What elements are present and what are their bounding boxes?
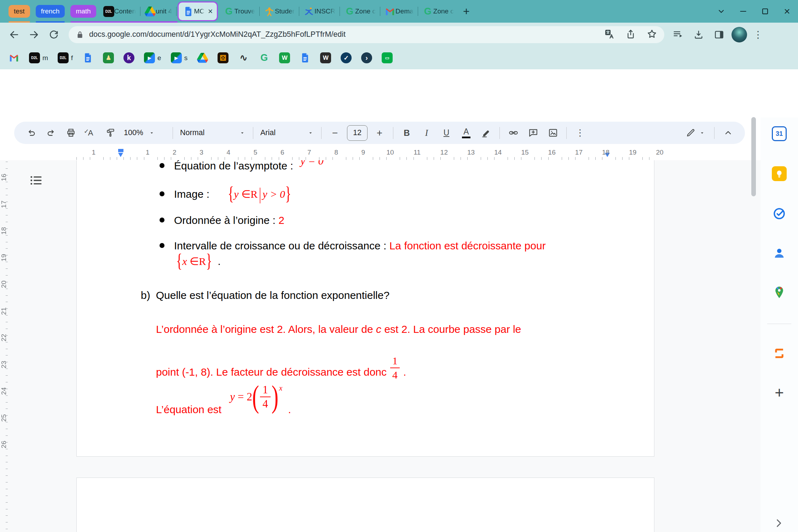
font-value: Arial bbox=[260, 128, 276, 137]
bookmark-classroom[interactable]: ♟ bbox=[103, 52, 114, 63]
tab-group-math[interactable]: math bbox=[70, 5, 96, 18]
download-icon[interactable] bbox=[688, 25, 709, 44]
tab-d2l-content[interactable]: D2LConten bbox=[99, 2, 140, 20]
zoom-select[interactable]: 100% bbox=[120, 128, 169, 137]
contacts-icon[interactable] bbox=[771, 245, 787, 261]
bold-button[interactable]: B bbox=[397, 125, 417, 141]
redo-button[interactable] bbox=[41, 125, 61, 141]
document-scrollbar-thumb[interactable] bbox=[751, 117, 756, 196]
undo-button[interactable] bbox=[21, 125, 41, 141]
decrease-font-size-button[interactable]: − bbox=[325, 125, 345, 141]
bookmark-green-q[interactable]: G bbox=[259, 52, 270, 63]
tab-group-test[interactable]: test bbox=[8, 5, 30, 18]
addon-icon[interactable] bbox=[771, 346, 787, 361]
tab-unit-4[interactable]: unit 4 bbox=[140, 2, 176, 20]
tab-gmail-demande[interactable]: Dema bbox=[380, 2, 418, 20]
bookmark-graph-tool[interactable]: ∿ bbox=[238, 52, 249, 63]
tab-docs-mcf3m07[interactable]: MC× bbox=[178, 1, 218, 21]
omnibox-url-field[interactable]: docs.google.com/document/d/1YygrXcMoMiN2… bbox=[69, 26, 664, 43]
text-color-button[interactable]: A bbox=[456, 125, 476, 141]
vertical-ruler-tick bbox=[6, 315, 8, 316]
tab-inscription[interactable]: INSCR bbox=[299, 2, 340, 20]
bookmark-google-docs[interactable] bbox=[82, 52, 93, 63]
highlight-color-button[interactable] bbox=[476, 125, 496, 141]
print-button[interactable] bbox=[61, 125, 81, 141]
translate-icon[interactable] bbox=[604, 29, 615, 41]
tab-search-chevron-icon[interactable] bbox=[710, 0, 732, 23]
reload-button[interactable] bbox=[44, 25, 64, 44]
bookmark-google-docs-2[interactable] bbox=[300, 52, 311, 63]
increase-font-size-button[interactable]: + bbox=[370, 125, 389, 141]
browser-actions: ⋮ bbox=[668, 25, 767, 44]
tab-trouve[interactable]: GTrouve bbox=[219, 2, 259, 20]
document-outline-icon[interactable] bbox=[28, 173, 43, 188]
get-add-ons-button[interactable]: + bbox=[771, 385, 787, 400]
bookmark-gmail[interactable] bbox=[8, 52, 19, 63]
document-page-2[interactable] bbox=[76, 478, 654, 532]
bookmark-wordwall[interactable]: W bbox=[279, 52, 290, 63]
tab-close-icon[interactable]: × bbox=[208, 7, 213, 16]
close-button[interactable]: × bbox=[776, 0, 798, 23]
insert-image-button[interactable] bbox=[543, 125, 563, 141]
side-panel-icon[interactable] bbox=[709, 25, 729, 44]
bookmark-word[interactable]: W bbox=[320, 52, 331, 63]
horizontal-ruler[interactable]: 11234567891011121314151617181920 bbox=[0, 148, 761, 160]
maps-icon[interactable] bbox=[771, 285, 787, 300]
bookmark-meet-e[interactable]: ▶e bbox=[144, 52, 161, 63]
bookmarks-bar: D2LmD2Lf♟k▶e▶s⚄∿GWW✓›▭ bbox=[0, 46, 798, 69]
minimize-button[interactable] bbox=[732, 0, 754, 23]
tab-studer[interactable]: Studer bbox=[260, 2, 299, 20]
profile-avatar[interactable] bbox=[732, 27, 747, 42]
bookmark-drive[interactable] bbox=[197, 52, 208, 63]
favicon-d2l: D2L bbox=[103, 6, 114, 17]
ruler-number: 5 bbox=[254, 149, 258, 156]
ruler-tick bbox=[144, 157, 144, 160]
calendar-icon[interactable]: 31 bbox=[772, 126, 787, 141]
more-options-icon[interactable]: ⋮ bbox=[570, 125, 590, 141]
bookmark-dice[interactable]: ⚄ bbox=[218, 52, 229, 63]
bookmark-kahoot[interactable]: k bbox=[123, 52, 134, 63]
keep-icon[interactable] bbox=[772, 166, 787, 181]
font-family-select[interactable]: Arial bbox=[257, 128, 318, 137]
tab-zone-1[interactable]: GZone c bbox=[340, 2, 380, 20]
url-text[interactable]: docs.google.com/document/d/1YygrXcMoMiN2… bbox=[89, 30, 346, 39]
bookmark-star-icon[interactable] bbox=[647, 29, 657, 41]
browser-menu-icon[interactable]: ⋮ bbox=[749, 29, 767, 40]
italic-button[interactable]: I bbox=[417, 125, 436, 141]
left-indent-marker[interactable] bbox=[118, 153, 123, 157]
bookmark-chat-dark[interactable]: › bbox=[361, 52, 372, 63]
vertical-ruler-tick bbox=[6, 208, 8, 209]
paint-format-button[interactable] bbox=[100, 125, 120, 141]
tasks-icon[interactable] bbox=[771, 206, 787, 221]
bookmark-check-badge[interactable]: ✓ bbox=[341, 52, 352, 63]
bookmark-d2l-m[interactable]: D2Lm bbox=[29, 52, 48, 63]
lock-icon[interactable] bbox=[76, 30, 84, 39]
tab-zone-2[interactable]: GZone c bbox=[418, 2, 458, 20]
document-page-1[interactable]: Équation de l’asymptote : y = 0 Image :{… bbox=[76, 160, 654, 457]
hide-menus-chevron-icon[interactable] bbox=[718, 125, 738, 141]
forward-button[interactable] bbox=[24, 25, 44, 44]
bookmark-d2l-f[interactable]: D2Lf bbox=[58, 52, 73, 63]
maximize-button[interactable] bbox=[754, 0, 776, 23]
bookmark-meet-s[interactable]: ▶s bbox=[171, 52, 188, 63]
share-icon[interactable] bbox=[625, 29, 636, 41]
tab-group-french[interactable]: french bbox=[36, 5, 65, 18]
ruler-tick bbox=[440, 157, 441, 160]
editing-mode-button[interactable] bbox=[680, 125, 711, 141]
tab-separator bbox=[176, 7, 177, 16]
intervalle-set-line: {x ∈R}. bbox=[176, 253, 221, 269]
paragraph-style-select[interactable]: Normal bbox=[177, 128, 249, 137]
new-tab-button[interactable]: + bbox=[463, 5, 470, 18]
underline-button[interactable]: U bbox=[436, 125, 456, 141]
add-comment-button[interactable] bbox=[523, 125, 543, 141]
vertical-ruler-tick bbox=[6, 275, 8, 276]
font-size-input[interactable]: 12 bbox=[347, 125, 368, 141]
expand-panel-chevron-icon[interactable] bbox=[773, 517, 785, 530]
bookmark-google-chat[interactable]: ▭ bbox=[382, 52, 393, 63]
reading-list-icon[interactable] bbox=[668, 25, 688, 44]
docs-toolbar-area: A✓ 100% Normal Arial − 12 + B I U bbox=[0, 117, 798, 148]
insert-link-button[interactable] bbox=[503, 125, 523, 141]
back-button[interactable] bbox=[4, 25, 24, 44]
spell-check-button[interactable]: A✓ bbox=[81, 125, 100, 141]
first-line-indent-marker[interactable] bbox=[118, 149, 123, 152]
